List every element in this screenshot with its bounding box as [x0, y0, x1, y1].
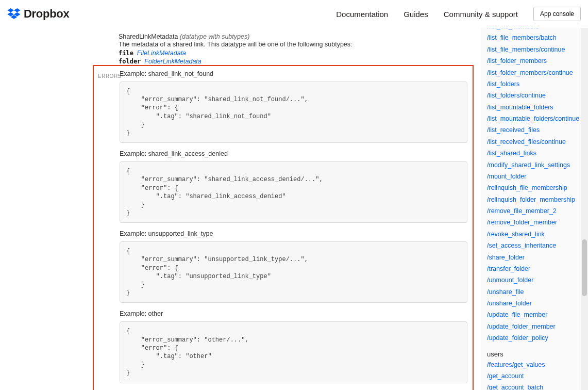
returns-desc: The metadata of a shared link. This data… — [119, 41, 474, 48]
sidebar-item[interactable]: /unshare_folder — [487, 298, 584, 309]
sidebar-item[interactable]: /update_folder_member — [487, 321, 584, 332]
nav-community[interactable]: Community & support — [444, 10, 518, 19]
code-block-2[interactable]: { "error_summary": "unsupported_link_typ… — [120, 241, 467, 303]
sidebar-item[interactable]: /revoke_shared_link — [487, 229, 584, 240]
sidebar-item[interactable]: /list_folder_members/continue — [487, 67, 584, 78]
sidebar-item[interactable]: /list_received_files/continue — [487, 136, 584, 148]
code-block-1[interactable]: { "error_summary": "shared_link_access_d… — [120, 161, 467, 223]
sidebar-item[interactable]: /get_account_batch — [487, 382, 584, 390]
sidebar-item[interactable]: /remove_file_member_2 — [487, 205, 584, 217]
sidebar-item[interactable]: /list_shared_links — [487, 148, 584, 159]
returns-type-name: SharedLinkMetadata — [119, 33, 178, 40]
type-link-file[interactable]: FileLinkMetadata — [137, 50, 186, 57]
field-name: folder — [119, 58, 141, 65]
sidebar-item[interactable]: /list_file_members — [487, 28, 584, 32]
page-body: SharedLinkMetadata (datatype with subtyp… — [0, 28, 588, 390]
logo[interactable]: Dropbox — [7, 7, 69, 21]
svg-marker-0 — [7, 8, 14, 12]
errors-label: ERRORS — [98, 73, 122, 79]
returns-block: SharedLinkMetadata (datatype with subtyp… — [93, 28, 474, 65]
returns-type-line: SharedLinkMetadata (datatype with subtyp… — [119, 33, 474, 40]
app-console-button[interactable]: App console — [533, 7, 581, 21]
content-column: SharedLinkMetadata (datatype with subtyp… — [0, 28, 481, 390]
sidebar: /list_file_members /list_file_members/ba… — [481, 28, 588, 390]
svg-marker-1 — [14, 8, 21, 12]
sidebar-item[interactable]: /update_folder_policy — [487, 332, 584, 344]
nav-documentation[interactable]: Documentation — [336, 10, 388, 19]
top-nav: Documentation Guides Community & support… — [336, 7, 581, 21]
code-block-3[interactable]: { "error_summary": "other/...", "error":… — [120, 321, 467, 383]
example-label-1: Example: shared_link_access_denied — [120, 150, 467, 157]
sidebar-item[interactable]: /share_folder — [487, 252, 584, 263]
sidebar-item[interactable]: /list_file_members/batch — [487, 32, 584, 43]
sidebar-item[interactable]: /features/get_values — [487, 359, 584, 370]
sidebar-item[interactable]: /get_account — [487, 370, 584, 382]
example-label-2: Example: unsupported_link_type — [120, 230, 467, 237]
sidebar-item[interactable]: /list_file_members/continue — [487, 44, 584, 55]
sidebar-item[interactable]: /list_mountable_folders — [487, 102, 584, 113]
sidebar-item[interactable]: /list_mountable_folders/continue — [487, 113, 584, 124]
dropbox-icon — [7, 8, 21, 20]
header: Dropbox Documentation Guides Community &… — [0, 0, 588, 28]
scrollbar-thumb[interactable] — [582, 239, 587, 296]
sidebar-item[interactable]: /transfer_folder — [487, 263, 584, 274]
sidebar-item[interactable]: /mount_folder — [487, 171, 584, 182]
returns-row-folder: folder FolderLinkMetadata — [119, 58, 474, 65]
sidebar-scroll[interactable]: /list_file_members /list_file_members/ba… — [487, 28, 584, 390]
sidebar-item[interactable]: /update_file_member — [487, 309, 584, 320]
errors-section: ERRORS Example: shared_link_not_found { … — [93, 65, 474, 390]
sidebar-item[interactable]: /list_received_files — [487, 124, 584, 136]
nav-guides[interactable]: Guides — [404, 10, 428, 19]
logo-text: Dropbox — [24, 7, 69, 21]
sidebar-item[interactable]: /list_folder_members — [487, 55, 584, 67]
type-link-folder[interactable]: FolderLinkMetadata — [144, 58, 201, 65]
returns-type-note: (datatype with subtypes) — [180, 33, 250, 40]
example-label-3: Example: other — [120, 310, 467, 317]
code-block-0[interactable]: { "error_summary": "shared_link_not_foun… — [120, 82, 467, 143]
example-label-0: Example: shared_link_not_found — [120, 70, 467, 77]
sidebar-item[interactable]: /unmount_folder — [487, 274, 584, 286]
sidebar-item[interactable]: /relinquish_file_membership — [487, 182, 584, 193]
field-name: file — [119, 50, 133, 57]
returns-row-file: file FileLinkMetadata — [119, 50, 474, 57]
sidebar-item[interactable]: /set_access_inheritance — [487, 240, 584, 251]
sidebar-item[interactable]: /unshare_file — [487, 286, 584, 298]
sidebar-item[interactable]: /relinquish_folder_membership — [487, 194, 584, 205]
sidebar-item[interactable]: /list_folders — [487, 78, 584, 90]
sidebar-heading-users: users — [487, 344, 584, 359]
sidebar-item[interactable]: /list_folders/continue — [487, 90, 584, 101]
scrollbar-track[interactable] — [581, 28, 588, 390]
sidebar-item[interactable]: /remove_folder_member — [487, 217, 584, 228]
sidebar-item[interactable]: /modify_shared_link_settings — [487, 159, 584, 171]
